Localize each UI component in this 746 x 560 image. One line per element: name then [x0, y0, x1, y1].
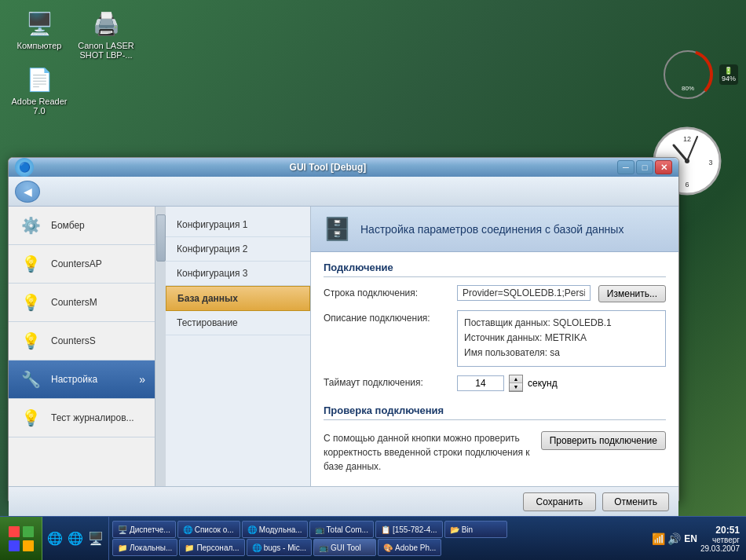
- tray-lang[interactable]: EN: [684, 533, 697, 544]
- taskbar-row-1: 🖥️ Диспетче... 🌐 Список о... 🌐 Модульна.…: [109, 521, 645, 538]
- cancel-button[interactable]: Отменить: [602, 492, 669, 511]
- timeout-input[interactable]: [457, 375, 504, 391]
- network-tray-icon: 📶: [652, 533, 665, 545]
- ie-icon: 🌐: [183, 525, 192, 534]
- content-header: 🗄️ Настройка параметров соединения с баз…: [311, 207, 678, 252]
- svg-rect-12: [23, 526, 34, 537]
- system-meters: 80% 🔋 94%: [660, 47, 738, 102]
- taskbar-phones-button[interactable]: 📋 [155-782-4...: [375, 521, 443, 538]
- window-title: GUI Tool [Debug]: [38, 162, 617, 173]
- check-section-title: Проверка подключения: [324, 404, 666, 420]
- taskbar-personal-button[interactable]: 📁 Персонал...: [179, 539, 244, 556]
- taskbar-adobeph-button[interactable]: 🎨 Adobe Ph...: [378, 539, 441, 556]
- quick-launch: 🌐 🌐 🖥️: [42, 517, 109, 560]
- save-button[interactable]: Сохранить: [523, 492, 597, 511]
- guitool-label: GUI Tool: [331, 544, 361, 552]
- personal-icon: 📁: [185, 544, 194, 552]
- minimize-button[interactable]: ─: [617, 160, 634, 174]
- close-button[interactable]: ✕: [655, 160, 672, 174]
- svg-text:3: 3: [708, 159, 712, 167]
- taskbar-guitool-button[interactable]: 📺 GUI Tool: [313, 539, 376, 556]
- volume-tray-icon[interactable]: 🔊: [667, 533, 681, 545]
- desktop-icon-canon[interactable]: 🖨️ Canon LASER SHOT LBP-...: [75, 8, 137, 60]
- maximize-button[interactable]: □: [636, 160, 653, 174]
- config-item-2[interactable]: Конфигурация 2: [166, 237, 310, 262]
- main-content: 🗄️ Настройка параметров соединения с баз…: [311, 207, 678, 486]
- sidebar-scrollbar[interactable]: [155, 207, 166, 486]
- testlog-icon: 💡: [18, 405, 43, 430]
- active-arrow-icon: »: [139, 373, 145, 386]
- taskbar-spisok-button[interactable]: 🌐 Список о...: [177, 521, 240, 538]
- adobeph-icon: 🎨: [383, 544, 393, 552]
- check-section: С помощью данной кнопки можно проверить …: [324, 428, 666, 477]
- window-logo: 🔵: [15, 158, 38, 177]
- tray-clock: 20:51 четверг 29.03.2007: [700, 525, 740, 553]
- bugs-label: bugs - Mic...: [264, 544, 306, 552]
- description-line-3: Имя пользователя: sa: [464, 346, 659, 361]
- adobe-icon: 📄: [24, 64, 55, 95]
- modulna-icon: 🌐: [247, 525, 257, 534]
- description-value: Поставщик данных: SQLOLEDB.1 Источник да…: [457, 310, 666, 367]
- spinner-up-button[interactable]: ▲: [510, 375, 522, 383]
- sidebar-item-testlog-label: Тест журналиров...: [51, 412, 145, 423]
- bugs-icon: 🌐: [252, 544, 261, 552]
- spinner-down-button[interactable]: ▼: [510, 383, 522, 391]
- taskbar-items: 🖥️ Диспетче... 🌐 Список о... 🌐 Модульна.…: [109, 517, 645, 560]
- sidebar-item-bomber[interactable]: ⚙️ Бомбер: [9, 207, 155, 245]
- config-panel: Конфигурация 1 Конфигурация 2 Конфигурац…: [166, 207, 311, 486]
- description-label: Описание подключения:: [324, 310, 449, 324]
- taskbar-bugs-button[interactable]: 🌐 bugs - Mic...: [247, 539, 312, 556]
- start-button[interactable]: [0, 517, 42, 560]
- description-row: Описание подключения: Поставщик данных: …: [324, 310, 666, 367]
- sidebar-item-countersap[interactable]: 💡 CountersAP: [9, 245, 155, 284]
- canon-icon-label: Canon LASER SHOT LBP-...: [78, 41, 134, 60]
- desktop-icon-computer[interactable]: 🖥️ Компьютер: [8, 8, 71, 60]
- sidebar: ⚙️ Бомбер 💡 CountersAP 💡 CountersM: [9, 207, 166, 486]
- database-icon: 🗄️: [324, 216, 351, 242]
- taskbar-modulna-button[interactable]: 🌐 Модульна...: [242, 521, 308, 538]
- svg-point-7: [685, 159, 689, 163]
- sidebar-item-testlog[interactable]: 💡 Тест журналиров...: [9, 399, 155, 437]
- window-footer: Сохранить Отменить: [9, 486, 678, 518]
- sidebar-item-countersm[interactable]: 💡 CountersM: [9, 284, 155, 322]
- quick-show-desktop-button[interactable]: 🖥️: [86, 529, 105, 547]
- quick-ie-button[interactable]: 🌐: [46, 529, 64, 547]
- tray-time: 20:51: [700, 525, 740, 536]
- config-item-3[interactable]: Конфигурация 3: [166, 262, 310, 286]
- counterss-icon: 💡: [18, 328, 43, 353]
- config-item-testing[interactable]: Тестирование: [166, 311, 310, 335]
- check-connection-button[interactable]: Проверить подключение: [541, 431, 666, 450]
- computer-icon: 🖥️: [24, 8, 55, 39]
- phones-icon: 📋: [381, 525, 390, 534]
- content-body: Подключение Строка подключения: Изменить…: [311, 252, 678, 486]
- taskbar-localny-button[interactable]: 📁 Локальны...: [112, 539, 177, 556]
- timeout-spinner: ▲ ▼: [509, 375, 523, 392]
- content-header-title: Настройка параметров соединения с базой …: [360, 223, 623, 236]
- window-toolbar: ◀: [9, 177, 678, 207]
- window-body: ◀ ⚙️ Бомбер 💡 CountersAP: [9, 177, 678, 518]
- back-button[interactable]: ◀: [15, 181, 40, 203]
- tray-day: четверг: [700, 536, 740, 544]
- timeout-control: ▲ ▼ секунд: [457, 375, 558, 392]
- quick-ie2-button[interactable]: 🌐: [66, 529, 85, 547]
- sidebar-item-countersm-label: CountersM: [51, 297, 145, 308]
- sidebar-item-counterss-label: CountersS: [51, 335, 145, 346]
- adobeph-label: Adobe Ph...: [395, 544, 436, 552]
- svg-text:6: 6: [685, 181, 689, 188]
- desktop-icons: 🖥️ Компьютер 🖨️ Canon LASER SHOT LBP-...…: [8, 8, 137, 115]
- connection-string-input[interactable]: [457, 285, 591, 301]
- taskbar-dispatcher-button[interactable]: 🖥️ Диспетче...: [112, 521, 176, 538]
- config-item-database[interactable]: База данных: [166, 286, 310, 311]
- desktop-icon-adobe[interactable]: 📄 Adobe Reader 7.0: [8, 64, 71, 115]
- sidebar-item-settings-label: Настройка: [51, 374, 131, 385]
- sidebar-item-counterss[interactable]: 💡 CountersS: [9, 322, 155, 361]
- taskbar-bin-button[interactable]: 📂 Bin: [444, 521, 507, 538]
- sidebar-item-settings[interactable]: 🔧 Настройка »: [9, 361, 155, 399]
- spisok-label: Список о...: [195, 525, 234, 534]
- tray-date: 29.03.2007: [700, 544, 740, 553]
- change-button[interactable]: Изменить...: [598, 285, 666, 302]
- taskbar-totalcom-button[interactable]: 📺 Total Com...: [309, 521, 374, 538]
- sidebar-scroll-thumb: [156, 214, 166, 262]
- config-item-1[interactable]: Конфигурация 1: [166, 213, 310, 237]
- dispatcher-label: Диспетче...: [130, 525, 170, 534]
